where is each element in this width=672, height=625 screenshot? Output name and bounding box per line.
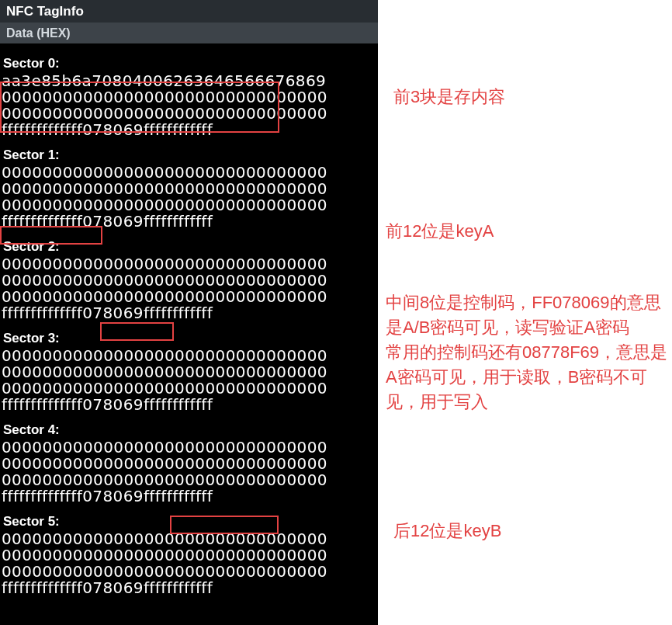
hex-line: 00000000000000000000000000000000	[2, 456, 376, 472]
hex-block: 0000000000000000000000000000000000000000…	[2, 256, 376, 321]
sector-label: Sector 1:	[2, 148, 376, 163]
hex-line: 00000000000000000000000000000000	[2, 380, 376, 397]
hex-line: ffffffffffffff078069ffffffffffff	[2, 122, 376, 138]
hex-line: 00000000000000000000000000000000	[2, 472, 376, 488]
sector-label: Sector 2:	[2, 239, 376, 255]
app-subtitle: Data (HEX)	[6, 26, 71, 40]
hex-content[interactable]: Sector 0:aa3e85b6a7080400626364656667686…	[0, 43, 378, 598]
sector-label: Sector 4:	[2, 422, 376, 438]
hex-line: 00000000000000000000000000000000	[2, 165, 376, 181]
hex-line: ffffffffffffff078069ffffffffffff	[2, 488, 376, 505]
annotation-keyA: 前12位是keyA	[386, 219, 494, 244]
hex-line: 00000000000000000000000000000000	[2, 106, 376, 122]
hex-line: 00000000000000000000000000000000	[2, 197, 376, 214]
hex-line: 00000000000000000000000000000000	[2, 273, 376, 289]
app-panel: NFC TagInfo Data (HEX) Sector 0:aa3e85b6…	[0, 0, 378, 625]
hex-line: ffffffffffffff078069ffffffffffff	[2, 397, 376, 413]
hex-line: 00000000000000000000000000000000	[2, 564, 376, 580]
hex-line: aa3e85b6a70804006263646566676869	[2, 73, 376, 89]
hex-block: 0000000000000000000000000000000000000000…	[2, 165, 376, 230]
hex-block: 0000000000000000000000000000000000000000…	[2, 439, 376, 505]
hex-block: 0000000000000000000000000000000000000000…	[2, 348, 376, 413]
sector-label: Sector 0:	[2, 56, 376, 71]
hex-block: aa3e85b6a7080400626364656667686900000000…	[2, 73, 376, 138]
hex-line: 00000000000000000000000000000000	[2, 439, 376, 456]
hex-line: 00000000000000000000000000000000	[2, 364, 376, 380]
hex-line: ffffffffffffff078069ffffffffffff	[2, 214, 376, 230]
annotation-block0: 前3块是存内容	[393, 85, 505, 109]
annotation-keyB: 后12位是keyB	[393, 519, 501, 543]
sector-label: Sector 3:	[2, 331, 376, 346]
app-subtitle-bar: Data (HEX)	[0, 23, 378, 43]
app-title: NFC TagInfo	[6, 4, 84, 19]
hex-line: ffffffffffffff078069ffffffffffff	[2, 580, 376, 596]
hex-line: 00000000000000000000000000000000	[2, 547, 376, 564]
hex-block: 0000000000000000000000000000000000000000…	[2, 531, 376, 596]
annotation-control: 中间8位是控制码，FF078069的意思是A/B密码可见，读写验证A密码 常用的…	[386, 290, 672, 415]
hex-line: 00000000000000000000000000000000	[2, 89, 376, 106]
hex-line: ffffffffffffff078069ffffffffffff	[2, 305, 376, 321]
hex-line: 00000000000000000000000000000000	[2, 256, 376, 273]
hex-line: 00000000000000000000000000000000	[2, 348, 376, 364]
app-title-bar: NFC TagInfo	[0, 0, 378, 23]
hex-line: 00000000000000000000000000000000	[2, 289, 376, 305]
hex-line: 00000000000000000000000000000000	[2, 181, 376, 197]
hex-line: 00000000000000000000000000000000	[2, 531, 376, 547]
sector-label: Sector 5:	[2, 514, 376, 530]
